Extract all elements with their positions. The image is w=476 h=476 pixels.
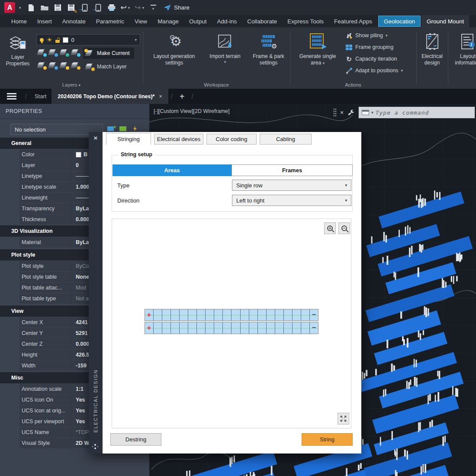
layer-unisolate-icon[interactable] bbox=[48, 62, 58, 69]
new-file-icon[interactable] bbox=[27, 2, 35, 13]
module-cell[interactable] bbox=[267, 322, 275, 334]
ribbon-tab-home[interactable]: Home bbox=[6, 15, 32, 27]
caret-down-icon[interactable]: ▾ bbox=[386, 33, 388, 38]
hamburger-menu-icon[interactable] bbox=[7, 92, 16, 101]
select-objects-icon[interactable] bbox=[119, 126, 126, 131]
layer-off-icon[interactable] bbox=[37, 49, 46, 56]
ribbon-tab-view[interactable]: View bbox=[129, 15, 152, 27]
module-cell[interactable] bbox=[284, 309, 293, 321]
save-as-icon[interactable]: ✎ bbox=[67, 2, 76, 13]
command-bar-close-icon[interactable]: × bbox=[340, 109, 344, 116]
areas-segment-button[interactable]: Areas bbox=[113, 164, 232, 176]
ribbon-tab-add-ins[interactable]: Add-ins bbox=[212, 15, 242, 27]
new-tab-button[interactable]: + bbox=[180, 92, 185, 101]
export-to-mobile-icon[interactable]: → bbox=[80, 2, 89, 13]
quick-select-icon[interactable] bbox=[132, 125, 138, 132]
ribbon-tab-parametric[interactable]: Parametric bbox=[91, 15, 129, 27]
close-tab-icon[interactable]: × bbox=[159, 93, 162, 100]
module-cell[interactable] bbox=[180, 322, 188, 334]
layer-dropdown[interactable]: ☀ 0 ▾ bbox=[36, 34, 140, 45]
module-cell[interactable]: − bbox=[310, 322, 318, 334]
dialog-tab-color-coding[interactable]: Color coding bbox=[206, 134, 257, 145]
import-terrain-caret-icon[interactable]: ▾ bbox=[203, 60, 247, 64]
module-cell[interactable] bbox=[223, 309, 232, 321]
module-cell[interactable] bbox=[206, 309, 214, 321]
module-cell[interactable] bbox=[267, 309, 275, 321]
generate-single-area-button[interactable]: Generate single area ▾ bbox=[293, 32, 342, 66]
tab-active-drawing[interactable]: 20240206 Topo Demo (Contour lines)* × bbox=[51, 89, 168, 104]
dialog-tab-electrical-devices[interactable]: Electrical devices bbox=[154, 134, 203, 145]
ribbon-tab-output[interactable]: Output bbox=[184, 15, 212, 27]
layer-unlock-icon[interactable] bbox=[71, 62, 80, 69]
zoom-in-button[interactable] bbox=[324, 222, 336, 234]
layer-isolate-icon[interactable] bbox=[48, 49, 58, 56]
command-input[interactable]: ▾ Type a command bbox=[358, 106, 475, 119]
module-cell[interactable] bbox=[293, 322, 301, 334]
module-cell[interactable] bbox=[162, 309, 171, 321]
frame-grouping-button[interactable]: Frame grouping bbox=[345, 42, 393, 52]
module-cell[interactable] bbox=[214, 322, 223, 334]
layer-properties-button[interactable]: Layer Properties bbox=[3, 32, 33, 67]
fit-view-button[interactable] bbox=[338, 413, 349, 425]
app-menu-caret-icon[interactable]: ▾ bbox=[19, 6, 21, 10]
string-preview-area[interactable]: +−+− bbox=[112, 219, 351, 428]
module-cell[interactable] bbox=[171, 322, 180, 334]
frame-park-settings-button[interactable]: ⚙ Frame & park settings bbox=[248, 32, 289, 66]
capacity-iteration-button[interactable]: ↻Capacity iteration bbox=[345, 54, 397, 64]
ribbon-tab-featured-apps[interactable]: Featured Apps bbox=[329, 15, 377, 27]
module-cell[interactable] bbox=[258, 322, 267, 334]
layer-lock-icon[interactable] bbox=[71, 49, 80, 56]
string-row[interactable]: +− bbox=[145, 309, 318, 321]
share-button[interactable]: Share bbox=[163, 4, 190, 11]
match-layer-button[interactable]: Match Layer bbox=[83, 61, 135, 72]
string-button[interactable]: String bbox=[302, 433, 353, 446]
module-cell[interactable] bbox=[258, 309, 267, 321]
layer-on-icon[interactable] bbox=[37, 62, 46, 69]
undo-icon[interactable]: ↩▾ bbox=[121, 2, 130, 13]
ribbon-tab-geolocation[interactable]: Geolocation bbox=[378, 16, 421, 27]
module-cell[interactable] bbox=[171, 309, 180, 321]
actions-panel-label[interactable]: Actions bbox=[290, 82, 416, 87]
make-current-button[interactable]: Make Current bbox=[83, 48, 134, 59]
frames-segment-button[interactable]: Frames bbox=[232, 164, 353, 176]
ribbon-tab-annotate[interactable]: Annotate bbox=[57, 15, 91, 27]
viewport-controls-label[interactable]: [-][Custom View][2D Wireframe] bbox=[154, 108, 230, 114]
tab-start[interactable]: Start bbox=[29, 93, 51, 100]
layers-panel-label[interactable]: Layers ▾ bbox=[0, 82, 143, 87]
module-cell[interactable] bbox=[249, 309, 258, 321]
direction-select[interactable]: Left to right ▾ bbox=[232, 195, 351, 206]
module-cell[interactable] bbox=[154, 322, 162, 334]
open-folder-icon[interactable] bbox=[40, 2, 49, 13]
module-cell[interactable] bbox=[214, 309, 223, 321]
module-cell[interactable] bbox=[162, 322, 171, 334]
command-bar-drag-handle[interactable] bbox=[333, 108, 336, 117]
layer-thaw-icon[interactable] bbox=[60, 62, 69, 69]
module-cell[interactable] bbox=[301, 322, 310, 334]
command-history-caret-icon[interactable]: ▾ bbox=[371, 110, 373, 115]
ribbon-tab-collaborate[interactable]: Collaborate bbox=[242, 15, 282, 27]
print-icon[interactable] bbox=[107, 2, 116, 13]
layout-generation-settings-button[interactable]: ⚙ ⚙ Layout generation settings bbox=[147, 32, 201, 66]
ribbon-tab-insert[interactable]: Insert bbox=[32, 15, 57, 27]
dialog-tab-cabling[interactable]: Cabling bbox=[260, 134, 312, 145]
layer-dropdown-caret-icon[interactable]: ▾ bbox=[135, 38, 137, 42]
type-select[interactable]: Single row ▾ bbox=[232, 180, 351, 191]
dialog-tab-stringing[interactable]: Stringing bbox=[106, 133, 151, 145]
module-cell[interactable] bbox=[197, 309, 206, 321]
module-cell[interactable] bbox=[241, 322, 249, 334]
string-row[interactable]: +− bbox=[145, 322, 318, 334]
layer-freeze-icon[interactable] bbox=[60, 49, 69, 56]
module-cell[interactable] bbox=[284, 322, 293, 334]
caret-down-icon[interactable]: ▾ bbox=[401, 68, 403, 73]
module-cell[interactable] bbox=[188, 309, 197, 321]
module-cell[interactable] bbox=[180, 309, 188, 321]
module-cell[interactable]: + bbox=[145, 322, 154, 334]
customize-wrench-icon[interactable] bbox=[347, 109, 354, 116]
module-cell[interactable] bbox=[249, 322, 258, 334]
adapt-to-positions-button[interactable]: Adapt to positions▾ bbox=[345, 66, 403, 75]
toggle-pickadd-icon[interactable] bbox=[107, 126, 114, 131]
ribbon-tab-express-tools[interactable]: Express Tools bbox=[282, 15, 329, 27]
module-cell[interactable] bbox=[301, 309, 310, 321]
workspace-panel-label[interactable]: Workspace bbox=[143, 82, 290, 87]
module-cell[interactable] bbox=[232, 322, 240, 334]
